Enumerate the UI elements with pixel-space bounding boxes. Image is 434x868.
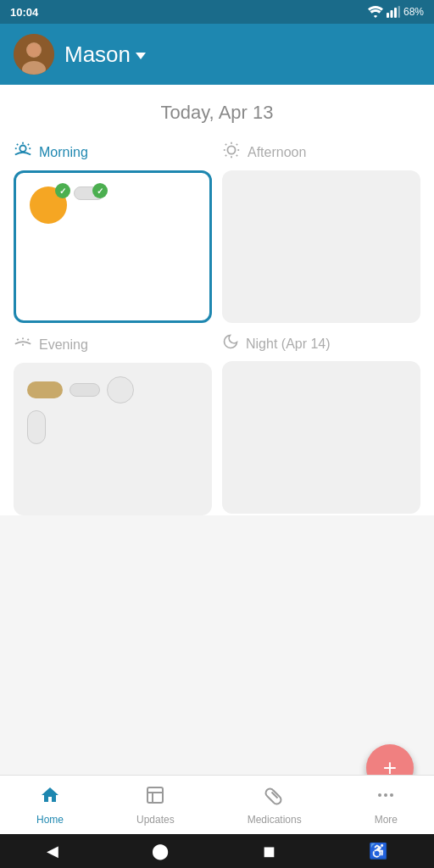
afternoon-section: Afternoon [222, 141, 420, 323]
morning-icon [14, 141, 32, 164]
user-name: Mason [64, 42, 131, 68]
nav-home-label: Home [36, 814, 64, 826]
night-card[interactable] [222, 361, 420, 514]
svg-line-12 [28, 144, 29, 145]
date-header: Today, Apr 13 [14, 102, 420, 124]
afternoon-icon [222, 141, 241, 164]
svg-rect-27 [147, 787, 163, 803]
svg-point-31 [378, 793, 381, 797]
signal-icon [387, 6, 400, 18]
svg-line-25 [17, 339, 18, 340]
svg-line-26 [28, 339, 29, 340]
morning-label: Morning [14, 141, 212, 164]
svg-rect-1 [390, 10, 392, 18]
nav-medications[interactable]: Medications [248, 785, 302, 826]
evening-row-1 [27, 376, 198, 403]
morning-pills: ✓ ✓ [30, 186, 196, 224]
svg-point-7 [27, 43, 41, 57]
svg-line-21 [225, 155, 226, 156]
afternoon-card[interactable] [222, 170, 420, 323]
evening-row-2 [27, 410, 198, 444]
status-icons: 68% [368, 6, 424, 18]
night-section: Night (Apr 14) [222, 333, 420, 515]
svg-rect-2 [394, 8, 397, 18]
updates-icon [145, 785, 165, 810]
moon-icon [222, 333, 239, 354]
main-content: Today, Apr 13 Morning [0, 85, 434, 515]
accessibility-button[interactable]: ♿ [369, 842, 387, 860]
morning-card[interactable]: ✓ ✓ [14, 170, 212, 323]
svg-point-33 [390, 793, 393, 797]
nav-more-label: More [375, 814, 398, 826]
afternoon-label: Afternoon [222, 141, 420, 164]
morning-text: Morning [39, 145, 88, 160]
evening-label: Evening [14, 333, 212, 356]
evening-text: Evening [39, 337, 88, 353]
wifi-icon [368, 6, 383, 18]
round-white-pill [107, 376, 134, 403]
oval-tan-pill [27, 381, 63, 398]
battery-level: 68% [403, 6, 424, 18]
evening-pills [27, 376, 198, 444]
evening-card[interactable] [14, 363, 212, 515]
svg-point-14 [227, 146, 235, 153]
status-bar: 10:04 68% [0, 0, 434, 24]
evening-icon [14, 333, 32, 356]
capsule-pill-2 [70, 383, 100, 397]
home-icon [40, 785, 60, 810]
night-label: Night (Apr 14) [222, 333, 420, 354]
nav-more[interactable]: More [375, 785, 398, 826]
nav-home[interactable]: Home [36, 785, 64, 826]
header-name-row[interactable]: Mason [64, 42, 146, 68]
nav-updates-label: Updates [136, 814, 175, 826]
bottom-nav: Home Updates Medications M [0, 775, 434, 834]
svg-point-32 [384, 793, 387, 797]
home-button[interactable]: ⬤ [152, 842, 169, 860]
svg-line-17 [225, 144, 226, 145]
afternoon-text: Afternoon [248, 145, 306, 160]
nav-medications-label: Medications [248, 814, 302, 826]
night-text: Night (Apr 14) [246, 337, 331, 352]
svg-line-10 [17, 144, 18, 145]
morning-section: Morning ✓ ✓ [14, 141, 212, 323]
svg-point-8 [19, 146, 25, 152]
recent-button[interactable]: ◼ [263, 842, 275, 860]
header: Mason [0, 24, 434, 85]
status-time: 10:04 [10, 6, 38, 19]
back-button[interactable]: ◀ [47, 842, 58, 860]
pill-icon [264, 785, 285, 810]
svg-rect-0 [387, 13, 389, 18]
morning-pill-1: ✓ [30, 186, 67, 224]
svg-line-18 [236, 155, 237, 156]
nav-updates[interactable]: Updates [136, 785, 175, 826]
system-nav: ◀ ⬤ ◼ ♿ [0, 834, 434, 868]
check-badge-1: ✓ [55, 183, 70, 198]
chevron-down-icon [136, 53, 146, 59]
avatar [14, 34, 54, 75]
check-badge-2: ✓ [92, 183, 108, 198]
evening-section: Evening [14, 333, 212, 515]
slots-grid: Morning ✓ ✓ [14, 141, 420, 515]
morning-pill-2: ✓ [74, 186, 104, 200]
svg-rect-3 [398, 6, 400, 18]
more-icon [376, 785, 396, 810]
small-white-pill [27, 410, 46, 444]
svg-line-22 [236, 144, 237, 145]
